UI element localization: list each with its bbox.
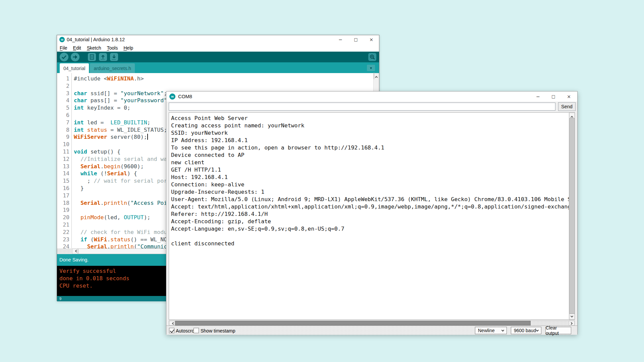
show-timestamp-label: Show timestamp — [201, 328, 235, 334]
arduino-toolbar — [57, 52, 379, 62]
chevron-down-icon — [501, 328, 504, 331]
code-line: 2 — [57, 82, 379, 90]
serial-titlebar[interactable]: ∞ COM8 − □ × — [166, 92, 577, 102]
serial-monitor-window: ∞ COM8 − □ × Send Access Point Web Serve… — [166, 91, 578, 335]
minimize-icon[interactable]: − — [333, 35, 348, 44]
close-icon[interactable]: × — [364, 35, 379, 44]
scroll-left-icon[interactable] — [72, 248, 78, 254]
scroll-up-icon[interactable] — [569, 113, 575, 118]
arduino-titlebar[interactable]: ∞ 04_tutorial | Arduino 1.8.12 − □ × — [57, 35, 379, 44]
serial-output-text: Access Point Web ServerCreating access p… — [169, 113, 575, 247]
tab-arduino_secrets.h[interactable]: arduino_secrets.h — [90, 63, 135, 73]
minimize-icon[interactable]: − — [530, 92, 546, 102]
baud-rate-select[interactable]: 9600 baud — [511, 327, 541, 334]
menu-bar: FileEditSketchToolsHelp — [57, 44, 379, 52]
save-sketch-button[interactable] — [110, 53, 118, 61]
serial-input-field[interactable] — [169, 103, 555, 111]
tab-04_tutorial[interactable]: 04_tutorial — [60, 63, 89, 73]
arduino-window-title: 04_tutorial | Arduino 1.8.12 — [67, 37, 125, 42]
serial-vertical-scrollbar[interactable] — [569, 113, 575, 319]
send-button[interactable]: Send — [558, 102, 576, 111]
serial-window-controls: − □ × — [530, 92, 577, 102]
line-ending-select[interactable]: Newline — [475, 327, 507, 334]
scroll-up-icon[interactable] — [374, 73, 374, 79]
menu-edit[interactable]: Edit — [73, 45, 81, 51]
chevron-down-icon — [536, 328, 539, 331]
gutter-separator — [71, 73, 72, 248]
maximize-icon[interactable]: □ — [546, 92, 561, 102]
serial-vscroll-thumb[interactable] — [569, 118, 575, 314]
clear-output-button[interactable]: Clear output — [545, 327, 571, 334]
serial-bottom-bar: Autoscroll Show timestamp Newline 9600 b… — [166, 325, 577, 335]
scroll-right-icon[interactable] — [569, 321, 575, 325]
serial-horizontal-scrollbar[interactable] — [169, 320, 575, 326]
close-icon[interactable]: × — [561, 92, 577, 102]
scroll-left-icon[interactable] — [169, 321, 175, 325]
arduino-logo-icon: ∞ — [59, 37, 65, 42]
serial-window-title: COM8 — [178, 94, 192, 99]
baud-rate-value: 9600 baud — [514, 328, 536, 333]
line-ending-value: Newline — [478, 328, 495, 333]
serial-output-area[interactable]: Access Point Web ServerCreating access p… — [169, 112, 575, 320]
tab-strip: 04_tutorialarduino_secrets.h ▾ — [57, 62, 379, 73]
arduino-logo-icon: ∞ — [169, 94, 175, 100]
serial-monitor-button[interactable] — [368, 53, 377, 61]
autoscroll-checkbox[interactable] — [169, 328, 174, 333]
scroll-down-icon[interactable] — [569, 314, 575, 319]
code-line: 1#include <WiFiNINA.h> — [57, 75, 379, 82]
arduino-window-controls: − □ × — [333, 35, 379, 44]
new-sketch-button[interactable] — [88, 53, 96, 61]
verify-button[interactable] — [60, 53, 68, 61]
menu-sketch[interactable]: Sketch — [87, 45, 101, 51]
menu-tools[interactable]: Tools — [107, 45, 118, 51]
serial-hscroll-thumb[interactable] — [175, 321, 531, 325]
open-sketch-button[interactable] — [99, 53, 107, 61]
menu-file[interactable]: File — [60, 45, 67, 51]
menu-help[interactable]: Help — [123, 45, 133, 51]
upload-button[interactable] — [71, 53, 79, 61]
show-timestamp-checkbox[interactable] — [194, 328, 199, 333]
tab-overflow-menu-icon[interactable]: ▾ — [367, 65, 375, 71]
maximize-icon[interactable]: □ — [348, 35, 364, 44]
text-caret — [147, 134, 148, 140]
tab-list: 04_tutorialarduino_secrets.h — [60, 63, 135, 73]
